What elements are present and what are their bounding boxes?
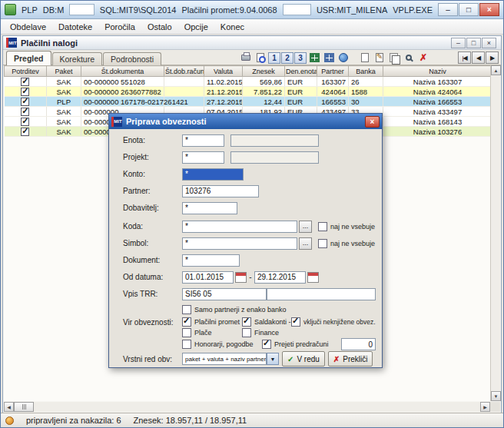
- calendar-icon[interactable]: [235, 272, 247, 283]
- dialog-titlebar[interactable]: MIT Priprava obveznosti ×: [109, 114, 382, 129]
- col-paket[interactable]: Paket: [47, 66, 81, 77]
- menu-item-obdelave[interactable]: Obdelave: [4, 20, 52, 34]
- col-st-dokumenta[interactable]: Št.dokumenta: [81, 66, 164, 77]
- scrollbar-track[interactable]: [34, 402, 480, 412]
- grid-row[interactable]: SAK 00-000000 2636077882 21.12.2015 7.85…: [5, 87, 492, 97]
- finance-label: Finance: [254, 329, 279, 337]
- close-button[interactable]: ×: [479, 3, 499, 16]
- child-restore-button[interactable]: □: [466, 38, 481, 48]
- calendar-icon[interactable]: [307, 272, 319, 283]
- placilni-promet-checkbox[interactable]: [182, 317, 191, 327]
- menu-item-opcije[interactable]: Opcije: [178, 20, 214, 34]
- saldakonti-checkbox[interactable]: [242, 317, 251, 327]
- koda-input[interactable]: *: [182, 221, 297, 233]
- menu-item-datoteke[interactable]: Datoteke: [52, 20, 98, 34]
- enota-name-field: [230, 134, 319, 147]
- cancel-button[interactable]: ✗ Prekliči: [328, 351, 373, 367]
- menu-item-porocila[interactable]: Poročila: [98, 20, 141, 34]
- dialog-close-button[interactable]: ×: [365, 116, 380, 128]
- trr-input[interactable]: SI56 05: [182, 288, 267, 300]
- maximize-button[interactable]: □: [459, 3, 479, 16]
- prejeti-predracuni-checkbox[interactable]: [262, 340, 271, 349]
- col-partner[interactable]: Partner: [317, 66, 349, 77]
- nav-first-button[interactable]: |◀: [458, 51, 471, 64]
- tab-korekture[interactable]: Korekture: [52, 52, 103, 65]
- row-checkbox[interactable]: [21, 118, 29, 126]
- child-minimize-button[interactable]: –: [451, 38, 466, 48]
- row-checkbox[interactable]: [21, 108, 29, 116]
- ok-button[interactable]: ✓ V redu: [282, 351, 325, 367]
- konto-label: Konto:: [123, 170, 182, 178]
- view-1-button[interactable]: 1: [268, 52, 280, 64]
- col-naziv[interactable]: Naziv: [383, 66, 492, 77]
- chevron-down-icon[interactable]: ▼: [267, 353, 279, 365]
- dobavitelj-input[interactable]: *: [182, 202, 237, 214]
- table-view-button[interactable]: [322, 51, 336, 65]
- date-from-input[interactable]: 01.01.2015: [182, 271, 234, 284]
- col-st-dob-racuna[interactable]: Št.dob.računa: [164, 66, 204, 77]
- koda-exclude-checkbox[interactable]: [318, 222, 327, 231]
- grid-row-selected[interactable]: PLP 00-000000 167178-0217261421 27.12.20…: [5, 97, 492, 107]
- konto-input[interactable]: *: [182, 168, 244, 181]
- menu-item-ostalo[interactable]: Ostalo: [141, 20, 178, 34]
- vir-group: Finance: [242, 328, 291, 337]
- horizontal-scrollbar[interactable]: ◀ ▶: [4, 402, 500, 412]
- predracuni-count-input[interactable]: 0: [341, 338, 376, 350]
- simbol-exclude-checkbox[interactable]: [318, 239, 327, 248]
- col-znesek[interactable]: Znesek: [243, 66, 285, 77]
- samo-partnerji-checkbox[interactable]: [182, 305, 191, 314]
- nav-prev-button[interactable]: ◀: [472, 51, 485, 64]
- minimize-button[interactable]: –: [438, 3, 458, 16]
- copy-record-button[interactable]: [387, 51, 401, 65]
- projekt-input[interactable]: *: [182, 151, 224, 164]
- row-checkbox[interactable]: [21, 98, 29, 106]
- place-checkbox[interactable]: [182, 328, 191, 337]
- tab-pregled[interactable]: Pregled: [6, 51, 51, 65]
- simbol-browse-button[interactable]: ...: [299, 237, 312, 250]
- row-simbol: Simbol: * ... naj ne vsebuje: [123, 237, 376, 250]
- col-den-enota[interactable]: Den.enota: [285, 66, 317, 77]
- scroll-down-button[interactable]: ▼: [491, 391, 501, 401]
- print-button[interactable]: [239, 51, 253, 65]
- scroll-left-button[interactable]: ◀: [4, 402, 14, 412]
- view-2-button[interactable]: 2: [281, 52, 293, 64]
- grid-row[interactable]: SAK 00-000000 551028 11.02.2015 569,86 E…: [5, 77, 492, 87]
- col-potrditev[interactable]: Potrditev: [5, 66, 47, 77]
- vkljuci-neknjizene-checkbox[interactable]: [291, 317, 300, 327]
- saldakonti-label: Saldakonti -: [254, 318, 291, 326]
- row-checkbox[interactable]: [21, 78, 29, 86]
- vertical-scrollbar[interactable]: ▲ ▼: [490, 65, 500, 401]
- simbol-input[interactable]: *: [182, 237, 297, 250]
- row-checkbox[interactable]: [21, 128, 29, 136]
- new-record-button[interactable]: [358, 51, 372, 65]
- honorarji-checkbox[interactable]: [182, 340, 191, 349]
- cell-banka: 1588: [349, 87, 383, 97]
- partner-input[interactable]: 103276: [182, 185, 259, 197]
- col-banka[interactable]: Banka: [349, 66, 383, 77]
- enota-input[interactable]: *: [182, 134, 224, 147]
- scroll-right-button[interactable]: ▶: [480, 402, 490, 412]
- tab-podrobnosti[interactable]: Podrobnosti: [103, 52, 161, 65]
- child-close-button[interactable]: ×: [482, 38, 496, 48]
- row-checkbox[interactable]: [21, 88, 29, 96]
- cell-naziv: Naziva 168143: [383, 117, 492, 127]
- dokument-input[interactable]: *: [182, 254, 240, 267]
- edit-record-button[interactable]: [373, 51, 386, 65]
- sort-order-combobox[interactable]: paket + valuta + naziv partnerja + št.do…: [182, 353, 279, 365]
- scrollbar-thumb[interactable]: [14, 402, 34, 412]
- scroll-up-button[interactable]: ▲: [491, 65, 501, 75]
- koda-browse-button[interactable]: ...: [299, 221, 312, 233]
- export-excel-button[interactable]: [307, 51, 321, 65]
- date-to-input[interactable]: 29.12.2015: [254, 271, 306, 284]
- menu-item-konec[interactable]: Konec: [214, 20, 250, 34]
- search-button[interactable]: [402, 51, 416, 65]
- dokument-label: Dokument:: [123, 256, 182, 264]
- col-valuta[interactable]: Valuta: [204, 66, 243, 77]
- print-preview-button[interactable]: [254, 51, 267, 65]
- view-3-button[interactable]: 3: [294, 52, 307, 64]
- prejeti-predracuni-label: Prejeti predračuni: [274, 340, 329, 348]
- finance-checkbox[interactable]: [242, 328, 251, 337]
- delete-button[interactable]: ✗: [416, 51, 430, 65]
- nav-next-button[interactable]: ▶: [486, 51, 499, 64]
- web-button[interactable]: [337, 51, 350, 65]
